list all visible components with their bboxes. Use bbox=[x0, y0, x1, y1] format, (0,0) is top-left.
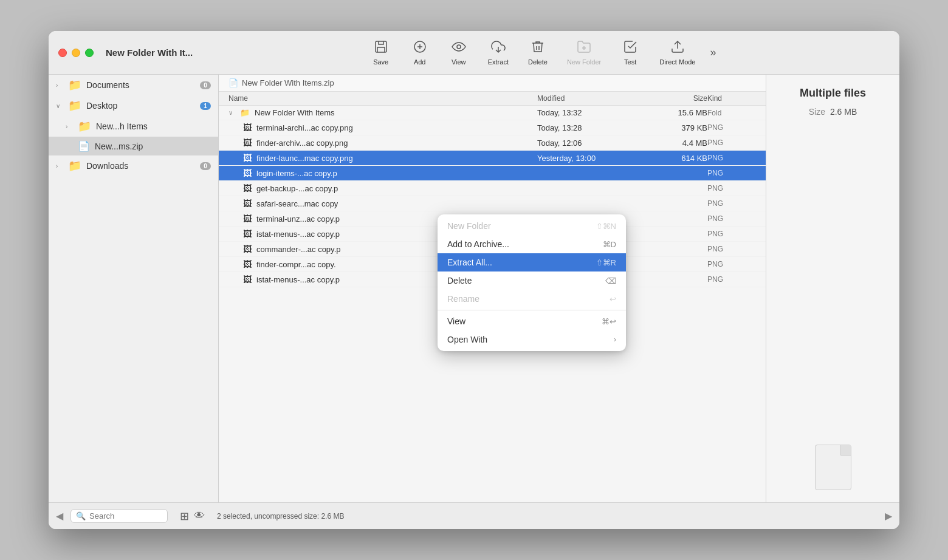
file-icon: 🖼 bbox=[243, 138, 252, 148]
col-name[interactable]: Name bbox=[228, 94, 537, 103]
context-menu-item-add-archive[interactable]: Add to Archive... ⌘D bbox=[438, 235, 626, 253]
file-icon: 🖼 bbox=[243, 153, 252, 163]
context-menu-item-open-with[interactable]: Open With › bbox=[438, 330, 626, 349]
table-row[interactable]: 🖼 finder-archiv...ac copy.png Today, 12:… bbox=[219, 135, 766, 151]
right-panel-size: Size 2.6 MB bbox=[776, 107, 890, 117]
extract-button[interactable]: Extract bbox=[479, 36, 517, 69]
file-area: 📄 New Folder With Items.zip Name Modifie… bbox=[219, 75, 766, 502]
eye-icon[interactable]: 👁 bbox=[194, 510, 205, 523]
search-box[interactable]: 🔍 bbox=[70, 509, 168, 523]
chevron-down-icon: ∨ bbox=[56, 103, 63, 109]
folder-icon: 📁 bbox=[68, 99, 81, 112]
right-panel-icon-area bbox=[776, 445, 890, 490]
save-icon bbox=[374, 39, 388, 56]
new-folder-icon bbox=[577, 39, 591, 56]
downloads-badge: 0 bbox=[200, 162, 211, 170]
traffic-lights bbox=[58, 49, 94, 57]
table-row[interactable]: 🖼 terminal-archi...ac copy.png Today, 13… bbox=[219, 120, 766, 135]
table-row[interactable]: 🖼 get-backup-...ac copy.p PNG bbox=[219, 181, 766, 196]
folder-icon: 📁 bbox=[68, 159, 81, 172]
bottom-icons: ⊞ 👁 bbox=[180, 510, 205, 523]
col-kind[interactable]: Kind bbox=[707, 94, 756, 103]
maximize-button[interactable] bbox=[85, 49, 94, 57]
table-row[interactable]: 🖼 finder-launc...mac copy.png Yesterday,… bbox=[219, 151, 766, 166]
toolbar: Save Add bbox=[193, 36, 890, 69]
status-text: 2 selected, uncompressed size: 2.6 MB bbox=[217, 512, 344, 521]
file-icon: 🖼 bbox=[243, 259, 252, 269]
minimize-button[interactable] bbox=[72, 49, 80, 57]
scroll-right-button[interactable]: ▶ bbox=[885, 510, 892, 522]
file-icon: 🖼 bbox=[243, 183, 252, 193]
grid-icon[interactable]: ⊞ bbox=[180, 510, 189, 523]
breadcrumb-icon: 📄 bbox=[228, 78, 238, 87]
chevron-right-icon: › bbox=[66, 123, 73, 130]
delete-button[interactable]: Delete bbox=[520, 36, 556, 69]
sidebar-item-new-ms-zip[interactable]: 📄 New...ms.zip bbox=[49, 137, 218, 155]
context-menu-item-view[interactable]: View ⌘↩ bbox=[438, 312, 626, 330]
document-preview-icon bbox=[815, 445, 851, 490]
search-icon: 🔍 bbox=[76, 511, 86, 521]
table-row[interactable]: 🖼 safari-searc...mac copy PNG bbox=[219, 196, 766, 211]
file-list-header: Name Modified Size Kind bbox=[219, 92, 766, 106]
test-icon bbox=[623, 39, 637, 56]
file-icon: 🖼 bbox=[243, 244, 252, 254]
sidebar: › 📁 Documents 0 ∨ 📁 Desktop 1 › 📁 New...… bbox=[49, 75, 219, 502]
desktop-badge: 1 bbox=[200, 102, 211, 110]
new-folder-button[interactable]: New Folder bbox=[558, 36, 610, 69]
sidebar-item-desktop[interactable]: ∨ 📁 Desktop 1 bbox=[49, 95, 218, 116]
toolbar-more-button[interactable]: » bbox=[706, 43, 720, 63]
submenu-arrow-icon: › bbox=[614, 335, 616, 344]
col-modified[interactable]: Modified bbox=[537, 94, 647, 103]
file-icon: 🖼 bbox=[243, 214, 252, 224]
main-window: New Folder With It... Save bbox=[49, 31, 899, 529]
file-icon: 🖼 bbox=[243, 275, 252, 284]
zip-icon: 📄 bbox=[78, 140, 90, 152]
titlebar: New Folder With It... Save bbox=[49, 31, 899, 75]
table-row[interactable]: 🖼 login-items-...ac copy.p PNG bbox=[219, 166, 766, 181]
right-panel-title: Multiple files bbox=[776, 87, 890, 100]
context-menu-item-new-folder[interactable]: New Folder ⇧⌘N bbox=[438, 217, 626, 235]
direct-mode-button[interactable]: Direct Mode bbox=[651, 36, 704, 69]
sidebar-item-documents[interactable]: › 📁 Documents 0 bbox=[49, 75, 218, 95]
search-input[interactable] bbox=[89, 511, 162, 521]
shortcut-icon: ⇧⌘N bbox=[596, 222, 616, 231]
context-menu: New Folder ⇧⌘N Add to Archive... ⌘D Extr… bbox=[438, 214, 626, 351]
folder-icon: 📁 bbox=[78, 120, 91, 133]
breadcrumb: 📄 New Folder With Items.zip bbox=[219, 75, 766, 92]
scroll-left-button[interactable]: ◀ bbox=[56, 510, 63, 522]
bottom-bar: ◀ 🔍 ⊞ 👁 2 selected, uncompressed size: 2… bbox=[49, 502, 899, 529]
context-menu-separator bbox=[438, 310, 626, 310]
add-icon bbox=[413, 39, 427, 56]
context-menu-item-rename[interactable]: Rename ↩ bbox=[438, 290, 626, 308]
window-title: New Folder With It... bbox=[106, 47, 193, 58]
view-icon bbox=[452, 39, 466, 56]
extract-icon bbox=[491, 39, 506, 56]
context-menu-item-delete[interactable]: Delete ⌫ bbox=[438, 271, 626, 290]
file-icon: 🖼 bbox=[243, 123, 252, 132]
col-size[interactable]: Size bbox=[647, 94, 707, 103]
direct-mode-icon bbox=[670, 39, 685, 56]
file-icon: 🖼 bbox=[243, 199, 252, 208]
main-content: › 📁 Documents 0 ∨ 📁 Desktop 1 › 📁 New...… bbox=[49, 75, 899, 502]
save-button[interactable]: Save bbox=[363, 36, 399, 69]
test-button[interactable]: Test bbox=[612, 36, 648, 69]
sidebar-item-downloads[interactable]: › 📁 Downloads 0 bbox=[49, 155, 218, 176]
file-icon: 🖼 bbox=[243, 229, 252, 239]
context-menu-item-extract-all[interactable]: Extract All... ⇧⌘R bbox=[438, 253, 626, 271]
sidebar-item-new-h-items[interactable]: › 📁 New...h Items bbox=[49, 116, 218, 137]
folder-chevron-icon: ∨ bbox=[228, 109, 233, 116]
delete-icon bbox=[531, 39, 545, 56]
close-button[interactable] bbox=[58, 49, 67, 57]
add-button[interactable]: Add bbox=[402, 36, 438, 69]
svg-point-4 bbox=[457, 45, 461, 49]
view-button[interactable]: View bbox=[441, 36, 477, 69]
right-panel: Multiple files Size 2.6 MB bbox=[766, 75, 899, 502]
folder-icon: 📁 bbox=[240, 108, 250, 117]
chevron-right-icon: › bbox=[56, 163, 63, 169]
chevron-right-icon: › bbox=[56, 82, 63, 89]
documents-badge: 0 bbox=[200, 81, 211, 89]
file-icon: 🖼 bbox=[243, 168, 252, 178]
table-row[interactable]: ∨ 📁 New Folder With Items Today, 13:32 1… bbox=[219, 106, 766, 120]
folder-icon: 📁 bbox=[68, 78, 81, 92]
